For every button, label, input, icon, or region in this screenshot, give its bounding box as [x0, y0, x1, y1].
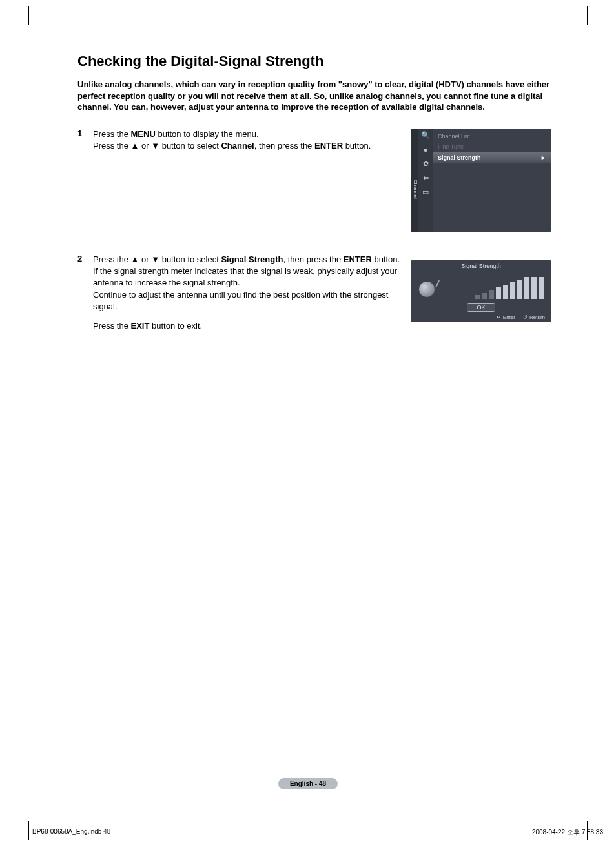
text: Press the [93, 321, 131, 331]
step-1-text: Press the MENU button to display the men… [93, 129, 411, 242]
osd-screenshot-2: Signal Strength [411, 254, 551, 322]
enter-label: Enter [503, 315, 515, 320]
gear-icon: ✿ [421, 160, 430, 169]
card-icon: ▭ [421, 188, 430, 197]
text: Press the ▲ or ▼ button to select [93, 141, 221, 150]
bold-enter: ENTER [344, 254, 372, 264]
signal-bar [517, 280, 522, 299]
text: button to display the menu. [156, 129, 259, 139]
step-number: 1 [77, 129, 93, 138]
bold-menu: MENU [131, 129, 156, 139]
bold-channel: Channel [221, 141, 254, 150]
footer-timestamp: 2008-04-22 오후 7:38:33 [532, 828, 603, 837]
bold-exit: EXIT [131, 321, 150, 331]
chevron-right-icon: ► [540, 154, 546, 161]
osd-menu: Channel 🔍 ● ✿ ⇐ ▭ Channel List Fine Tune… [411, 129, 551, 232]
signal-bar [510, 282, 515, 299]
enter-hint: ↵Enter [497, 315, 515, 320]
page-title: Checking the Digital-Signal Strength [77, 53, 551, 70]
crop-mark [28, 821, 29, 840]
osd-icon-column: 🔍 ● ✿ ⇐ ▭ [418, 129, 433, 232]
signal-bar [475, 295, 480, 299]
signal-bar [531, 277, 537, 299]
osd-item-signal-strength: Signal Strength ► [433, 152, 551, 163]
crop-mark [588, 25, 606, 25]
signal-bar [496, 287, 501, 299]
bold-enter: ENTER [314, 141, 343, 150]
crop-mark [588, 821, 606, 821]
signal-bar [524, 277, 529, 299]
osd-screenshot-1: Channel 🔍 ● ✿ ⇐ ▭ Channel List Fine Tune… [411, 129, 551, 232]
input-icon: ⇐ [421, 174, 430, 183]
step-number: 2 [77, 254, 93, 263]
osd-item-label: Signal Strength [438, 154, 481, 161]
signal-bars [475, 277, 544, 299]
signal-bar [482, 293, 487, 299]
osd-item-channel-list: Channel List [433, 131, 551, 141]
text: , then press the [283, 254, 344, 264]
text: , then press the [254, 141, 314, 150]
text: button to exit. [149, 321, 202, 331]
crop-mark [10, 25, 28, 25]
step-2-text: Press the ▲ or ▼ button to select Signal… [93, 254, 411, 332]
enter-icon: ↵ [497, 315, 501, 320]
return-label: Return [529, 315, 545, 320]
text: button. [343, 141, 371, 150]
text: Press the [93, 129, 131, 139]
print-footer: BP68-00658A_Eng.indb 48 2008-04-22 오후 7:… [32, 828, 603, 837]
osd-signal-body [415, 272, 548, 300]
footer-filename: BP68-00658A_Eng.indb 48 [32, 828, 110, 837]
crop-mark [587, 6, 588, 25]
osd-tab-label: Channel [411, 129, 418, 232]
ok-button: OK [467, 303, 495, 312]
signal-bar [489, 290, 494, 299]
bold-signal-strength: Signal Strength [221, 254, 283, 264]
page-content: Checking the Digital-Signal Strength Unl… [77, 53, 551, 344]
globe-icon: ● [421, 145, 430, 154]
return-icon: ↺ [523, 315, 528, 320]
step-1-row: 1 Press the MENU button to display the m… [77, 129, 551, 242]
satellite-dish-icon [418, 281, 435, 298]
page-number-pill: English - 48 [278, 778, 338, 789]
osd-footer-hints: ↵Enter ↺Return [415, 315, 548, 320]
intro-paragraph: Unlike analog channels, which can vary i… [77, 79, 551, 113]
magnifier-icon: 🔍 [421, 131, 430, 140]
signal-bar [539, 277, 544, 299]
signal-bar [503, 285, 508, 299]
ok-row: OK [415, 303, 548, 312]
text: Continue to adjust the antenna until you… [93, 290, 388, 311]
text: Press the ▲ or ▼ button to select [93, 254, 221, 264]
osd-signal-dialog: Signal Strength [411, 260, 551, 322]
osd-dialog-title: Signal Strength [415, 263, 548, 269]
crop-mark [10, 821, 28, 821]
osd-list: Channel List Fine Tune Signal Strength ► [433, 129, 551, 232]
step-2-row: 2 Press the ▲ or ▼ button to select Sign… [77, 254, 551, 332]
crop-mark [28, 6, 29, 25]
osd-item-fine-tune: Fine Tune [433, 141, 551, 152]
return-hint: ↺Return [523, 315, 545, 320]
